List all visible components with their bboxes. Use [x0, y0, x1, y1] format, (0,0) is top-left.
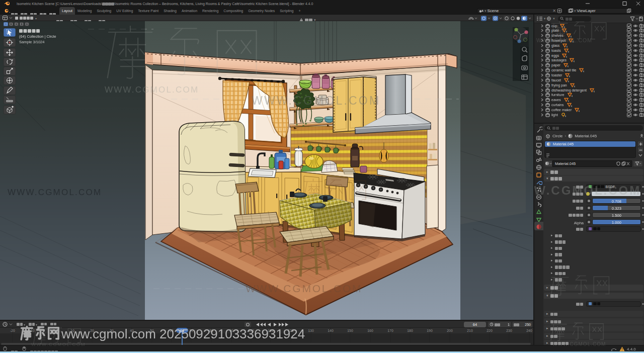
svg-text:WWW.CGMOL.COM: WWW.CGMOL.COM	[105, 85, 199, 95]
svg-text:Sample 3/1024: Sample 3/1024	[19, 40, 44, 44]
svg-text:WWW.CGMOL.COM: WWW.CGMOL.COM	[534, 184, 641, 197]
svg-text:WWW.CGMOL.COM: WWW.CGMOL.COM	[246, 283, 362, 294]
svg-text:WWW.CGMOL.COM: WWW.CGMOL.COM	[8, 188, 102, 197]
svg-text:WWW.CGMOL.COM: WWW.CGMOL.COM	[31, 341, 86, 347]
svg-text:WWW.CGMOL.COM: WWW.CGMOL.COM	[552, 341, 606, 347]
svg-text:www.cgmol.com 2025092910333693: www.cgmol.com 20250929103336931924	[61, 326, 305, 341]
svg-text:WWW.CGMOL.COM: WWW.CGMOL.COM	[536, 37, 592, 43]
svg-text:(64) Collection | Circle: (64) Collection | Circle	[19, 34, 56, 39]
svg-text:WWW.CGMOL.COM: WWW.CGMOL.COM	[252, 94, 380, 107]
